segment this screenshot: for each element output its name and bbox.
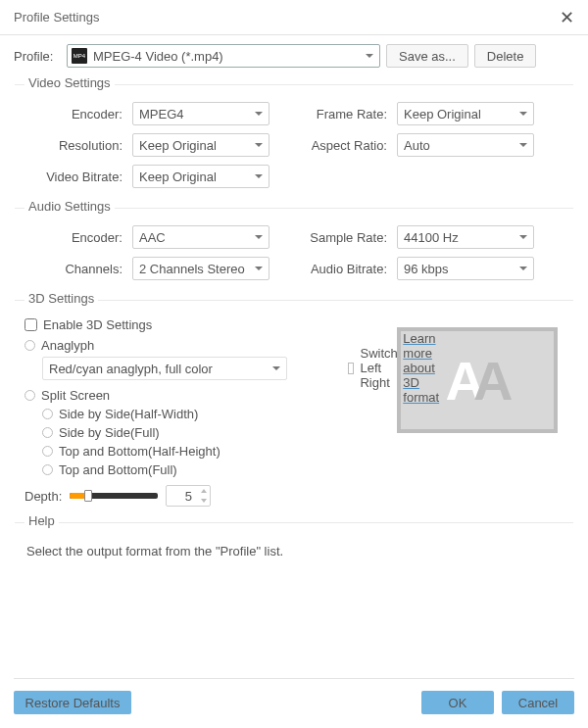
audio-settings-legend: Audio Settings: [24, 199, 115, 214]
frame-rate-label: Frame Rate:: [279, 107, 387, 121]
bottom-bar: Restore Defaults OK Cancel: [14, 678, 574, 714]
radio-icon: [42, 409, 53, 419]
resolution-select[interactable]: Keep Original: [132, 133, 270, 157]
split-screen-radio[interactable]: Split Screen: [24, 388, 348, 403]
help-section: Help Select the output format from the "…: [14, 521, 574, 608]
profile-select[interactable]: MPEG-4 Video (*.mp4): [67, 44, 380, 68]
delete-button[interactable]: Delete: [474, 44, 537, 68]
channels-label: Channels:: [24, 262, 122, 276]
chevron-down-icon: [255, 174, 263, 178]
frame-rate-select[interactable]: Keep Original: [397, 102, 534, 125]
chevron-down-icon: [255, 267, 263, 270]
close-icon[interactable]: ✕: [560, 9, 574, 26]
chevron-down-icon: [272, 366, 280, 370]
learn-more-3d-link[interactable]: Learn more about 3D format: [403, 331, 439, 405]
chevron-down-icon: [519, 235, 527, 239]
channels-select[interactable]: 2 Channels Stereo: [132, 257, 270, 280]
titlebar: Profile Settings ✕: [0, 0, 588, 35]
depth-slider[interactable]: [70, 493, 158, 499]
save-as-button[interactable]: Save as...: [386, 44, 468, 68]
tab-full-radio[interactable]: Top and Bottom(Full): [42, 462, 348, 477]
3d-settings-legend: 3D Settings: [24, 291, 98, 306]
sample-rate-label: Sample Rate:: [279, 230, 387, 245]
audio-settings-section: Audio Settings Encoder: AAC Sample Rate:…: [14, 207, 574, 293]
radio-icon: [42, 427, 53, 438]
switch-left-right-checkbox[interactable]: Switch Left Right: [348, 346, 403, 390]
tab-half-radio[interactable]: Top and Bottom(Half-Height): [42, 444, 348, 459]
encoder-label: Encoder:: [24, 107, 122, 121]
resolution-label: Resolution:: [24, 138, 122, 153]
sbs-full-radio[interactable]: Side by Side(Full): [42, 425, 348, 440]
audio-encoder-label: Encoder:: [24, 230, 122, 245]
chevron-down-icon: [255, 235, 263, 239]
audio-bitrate-select[interactable]: 96 kbps: [397, 257, 534, 280]
checkbox-icon: [348, 363, 354, 374]
anaglyph-radio[interactable]: Anaglyph: [24, 338, 348, 353]
chevron-down-icon: [519, 267, 527, 270]
radio-icon: [42, 464, 53, 475]
chevron-down-icon: [519, 143, 527, 147]
help-legend: Help: [24, 513, 59, 528]
profile-row: Profile: MPEG-4 Video (*.mp4) Save as...…: [0, 35, 588, 77]
video-bitrate-select[interactable]: Keep Original: [132, 165, 270, 188]
chevron-down-icon: [255, 112, 263, 116]
3d-settings-section: 3D Settings Enable 3D Settings Anaglyph …: [14, 299, 574, 517]
audio-encoder-select[interactable]: AAC: [132, 225, 270, 249]
dialog-title: Profile Settings: [14, 10, 99, 24]
video-settings-legend: Video Settings: [24, 75, 115, 90]
enable-3d-checkbox[interactable]: Enable 3D Settings: [24, 317, 348, 332]
ok-button[interactable]: OK: [421, 691, 494, 714]
chevron-down-icon: [366, 54, 373, 58]
depth-row: Depth: 5: [24, 485, 348, 507]
sample-rate-select[interactable]: 44100 Hz: [397, 225, 534, 249]
slider-thumb-icon[interactable]: [84, 490, 92, 502]
radio-icon: [24, 340, 35, 351]
radio-icon: [24, 390, 35, 401]
chevron-down-icon: [519, 112, 527, 116]
anaglyph-type-select[interactable]: Red/cyan anaglyph, full color: [42, 357, 287, 380]
chevron-down-icon: [255, 143, 263, 147]
video-settings-section: Video Settings Encoder: MPEG4 Frame Rate…: [14, 83, 574, 201]
mp4-file-icon: [72, 48, 87, 64]
depth-stepper[interactable]: 5: [166, 485, 211, 507]
video-encoder-select[interactable]: MPEG4: [132, 102, 270, 125]
help-text: Select the output format from the "Profi…: [24, 540, 564, 558]
sbs-half-radio[interactable]: Side by Side(Half-Width): [42, 407, 348, 421]
restore-defaults-button[interactable]: Restore Defaults: [14, 691, 131, 714]
radio-icon: [42, 446, 53, 457]
aspect-ratio-select[interactable]: Auto: [397, 133, 534, 157]
video-bitrate-label: Video Bitrate:: [24, 170, 122, 184]
audio-bitrate-label: Audio Bitrate:: [279, 262, 387, 276]
profile-value: MPEG-4 Video (*.mp4): [93, 49, 375, 64]
profile-settings-dialog: Profile Settings ✕ Profile: MPEG-4 Video…: [0, 0, 588, 728]
profile-label: Profile:: [14, 49, 61, 64]
aspect-ratio-label: Aspect Ratio:: [279, 138, 387, 153]
cancel-button[interactable]: Cancel: [502, 691, 574, 714]
depth-label: Depth:: [24, 489, 62, 504]
